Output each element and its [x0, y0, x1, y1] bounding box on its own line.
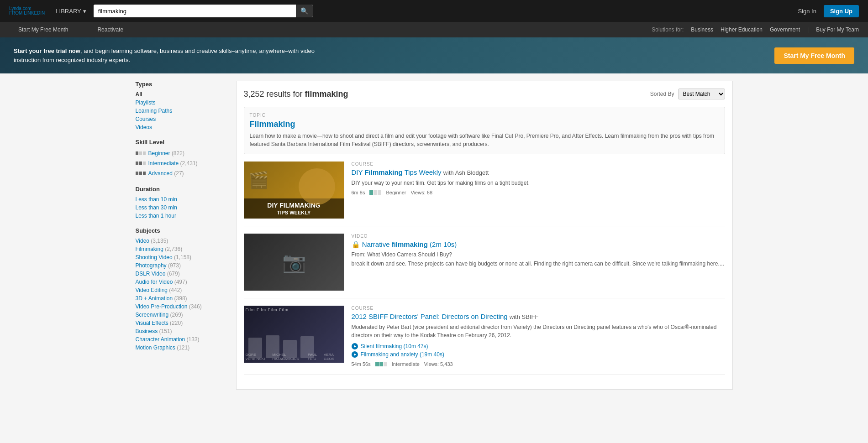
result-thumbnail[interactable]: 📷 — [244, 234, 344, 291]
result-duration: 54m 56s — [352, 361, 371, 367]
level-seg-2 — [374, 190, 377, 195]
sort-select[interactable]: Best Match Newest Oldest Most Viewed — [678, 89, 725, 99]
subject-business-link[interactable]: Business (151) — [136, 327, 227, 335]
type-videos-link[interactable]: Videos — [136, 123, 227, 131]
result-title[interactable]: 2012 SBIFF Directors' Panel: Directors o… — [352, 313, 725, 320]
duration-10min-link[interactable]: Less than 10 min — [136, 195, 227, 203]
sign-up-button[interactable]: Sign Up — [824, 5, 859, 17]
type-all-link[interactable]: All — [136, 90, 227, 99]
subject-motion-link[interactable]: Motion Graphics (121) — [136, 344, 227, 352]
skill-bar-intermediate — [136, 162, 146, 165]
result-thumbnail[interactable]: DIY FILMMAKING TIPS WEEKLY 🎬 — [244, 162, 344, 219]
skill-beginner-link[interactable]: Beginner (822) — [148, 149, 184, 157]
nav-divider: | — [807, 26, 809, 33]
skill-seg — [139, 151, 142, 155]
sign-in-button[interactable]: Sign In — [798, 8, 816, 15]
duration-1hour-link[interactable]: Less than 1 hour — [136, 212, 227, 220]
result-thumbnail[interactable]: Film Film Film Film GORE VERBINSKIMICHEL… — [244, 306, 344, 363]
topic-section: TOPIC Filmmaking Learn how to make a mov… — [244, 107, 725, 154]
business-link[interactable]: Business — [691, 26, 713, 33]
skill-seg — [136, 172, 138, 175]
subject-preproduction-link[interactable]: Video Pre-Production (346) — [136, 302, 227, 311]
level-seg-3 — [378, 190, 381, 195]
result-description: Moderated by Peter Bart (vice president … — [352, 323, 725, 339]
buy-for-team-link[interactable]: Buy For My Team — [816, 26, 859, 33]
main-content: Types All Playlists Learning Paths Cours… — [128, 73, 740, 397]
subject-screenwriting-count: (269) — [170, 312, 183, 318]
subject-character-link[interactable]: Character Animation (133) — [136, 335, 227, 344]
type-playlists-link[interactable]: Playlists — [136, 99, 227, 107]
types-heading: Types — [136, 81, 227, 88]
subject-filmmaking-link[interactable]: Filmmaking (2,736) — [136, 245, 227, 253]
result-level: Intermediate — [392, 361, 420, 367]
subject-audio-link[interactable]: Audio for Video (497) — [136, 278, 227, 286]
start-free-link[interactable]: Start My Free Month — [9, 22, 77, 37]
search-input[interactable] — [94, 5, 296, 17]
title-bold: Filmmaking — [364, 168, 402, 176]
sub-link-item[interactable]: Silent filmmaking (10m 47s) — [352, 342, 725, 350]
level-bar — [375, 362, 387, 366]
subject-dslr-link[interactable]: DSLR Video (679) — [136, 270, 227, 278]
subject-dslr-count: (679) — [167, 271, 180, 277]
search-button[interactable]: 🔍 — [296, 5, 313, 17]
result-views: Views: 5,433 — [424, 361, 453, 367]
topic-title[interactable]: Filmmaking — [250, 120, 719, 129]
skill-section: Skill Level Beginner (822) Intermediate … — [136, 139, 227, 178]
subject-video-editing-link[interactable]: Video Editing (442) — [136, 286, 227, 294]
result-item: Film Film Film Film GORE VERBINSKIMICHEL… — [244, 306, 725, 375]
duration-30min-link[interactable]: Less than 30 min — [136, 203, 227, 212]
sidebar: Types All Playlists Learning Paths Cours… — [136, 81, 227, 390]
skill-seg — [143, 151, 146, 155]
subject-video-link[interactable]: Video (3,135) — [136, 237, 227, 245]
type-courses-link[interactable]: Courses — [136, 115, 227, 123]
subject-vfx-count: (220) — [170, 320, 183, 326]
skill-seg — [139, 162, 142, 165]
lock-icon: 🔒 — [352, 240, 360, 248]
level-seg-1 — [369, 190, 373, 195]
sub-link-label: Silent filmmaking (10m 47s) — [361, 343, 428, 349]
secondary-navigation: Start My Free Month Reactivate Solutions… — [0, 22, 868, 37]
subject-character-count: (133) — [187, 336, 200, 343]
subject-3d-link[interactable]: 3D + Animation (398) — [136, 294, 227, 302]
subject-photography-count: (973) — [168, 262, 181, 269]
subject-screenwriting-link[interactable]: Screenwriting (269) — [136, 311, 227, 319]
thumb-line2: TIPS WEEKLY — [247, 209, 342, 216]
type-learning-paths-link[interactable]: Learning Paths — [136, 107, 227, 115]
result-level: Beginner — [386, 190, 406, 195]
level-seg-3 — [384, 362, 387, 366]
library-button[interactable]: LIBRARY ▾ — [56, 8, 86, 15]
result-title[interactable]: 🔒 Narrative filmmaking (2m 10s) — [352, 240, 725, 249]
result-info: COURSE 2012 SBIFF Directors' Panel: Dire… — [352, 306, 725, 367]
skill-advanced: Advanced (27) — [136, 168, 227, 178]
thumb-overlay-text: DIY FILMMAKING TIPS WEEKLY — [244, 198, 344, 219]
subject-business-count: (151) — [159, 328, 172, 334]
subject-photography-link[interactable]: Photography (973) — [136, 261, 227, 270]
subject-vfx-link[interactable]: Visual Effects (220) — [136, 319, 227, 327]
topic-label: TOPIC — [250, 113, 719, 118]
skill-intermediate: Intermediate (2,431) — [136, 158, 227, 168]
sub-link-item[interactable]: Filmmaking and anxiety (19m 40s) — [352, 350, 725, 359]
result-info: COURSE DIY Filmmaking Tips Weekly with A… — [352, 162, 725, 219]
title-bold: filmmaking — [392, 240, 428, 248]
sub-links: Silent filmmaking (10m 47s) Filmmaking a… — [352, 342, 725, 359]
reactivate-link[interactable]: Reactivate — [88, 22, 132, 37]
result-duration: 6m 8s — [352, 190, 365, 195]
government-link[interactable]: Government — [770, 26, 800, 33]
thumb-line1: DIY FILMMAKING — [247, 201, 342, 209]
sorted-by-label: Sorted By — [650, 91, 674, 97]
subject-motion-count: (121) — [177, 344, 189, 351]
result-title[interactable]: DIY Filmmaking Tips Weekly with Ash Blod… — [352, 168, 725, 176]
skill-intermediate-link[interactable]: Intermediate (2,431) — [148, 159, 198, 167]
skill-advanced-link[interactable]: Advanced (27) — [148, 169, 184, 177]
subjects-heading: Subjects — [136, 227, 227, 234]
chevron-down-icon: ▾ — [83, 8, 86, 15]
logo-sub: FROM LINKEDIN — [9, 11, 45, 16]
higher-education-link[interactable]: Higher Education — [721, 26, 763, 33]
result-description: break it down and see. These projects ca… — [352, 260, 725, 268]
result-item: 📷 VIDEO 🔒 Narrative filmmaking (2m 10s) … — [244, 234, 725, 298]
banner-cta-button[interactable]: Start My Free Month — [774, 47, 854, 64]
search-bar: 🔍 — [94, 5, 313, 17]
level-bar — [369, 190, 381, 195]
site-logo[interactable]: Lynda.com FROM LINKEDIN — [9, 6, 45, 16]
subject-shooting-video-link[interactable]: Shooting Video (1,158) — [136, 253, 227, 261]
